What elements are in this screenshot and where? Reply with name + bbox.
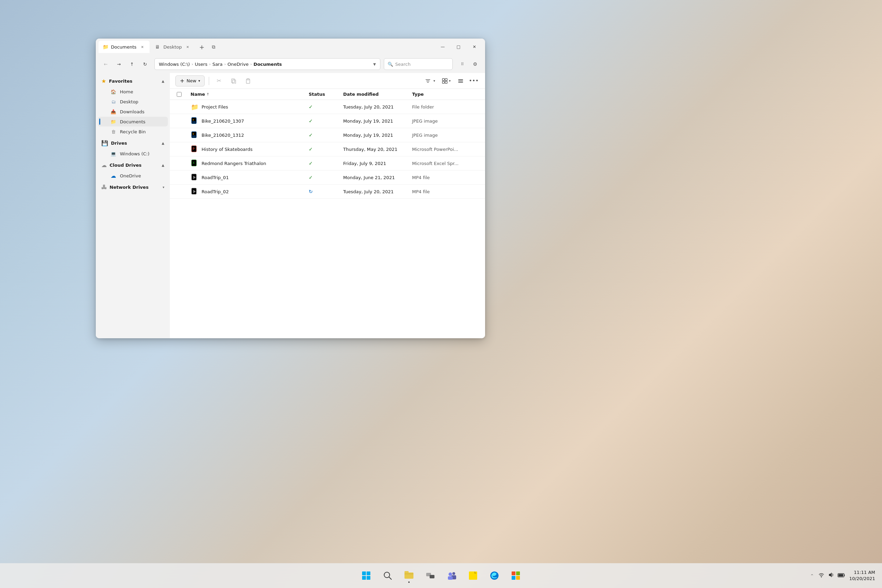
tab-documents-icon: 📁 bbox=[103, 44, 108, 50]
table-row[interactable]: Bike_210620_1307 ✓ Monday, July 19, 2021… bbox=[170, 114, 485, 128]
view-button[interactable]: ▾ bbox=[439, 76, 453, 86]
sidebar-item-desktop[interactable]: 🗂 Desktop bbox=[98, 97, 168, 106]
status-header[interactable]: Status bbox=[308, 89, 342, 99]
more-options-button[interactable]: ••• bbox=[468, 75, 480, 87]
network-drives-chevron-icon[interactable]: ▾ bbox=[163, 185, 164, 189]
add-tab-button[interactable]: + bbox=[196, 41, 207, 52]
favorites-chevron-icon[interactable]: ▲ bbox=[162, 79, 164, 83]
status-check-icon: ✓ bbox=[309, 132, 313, 138]
file-checkbox-cell bbox=[176, 118, 189, 124]
table-row[interactable]: X Redmond Rangers Triathalon ✓ Friday, J… bbox=[170, 156, 485, 171]
sidebar-item-home[interactable]: 🏠 Home bbox=[98, 87, 168, 96]
file-name-cell: X Redmond Rangers Triathalon bbox=[189, 156, 308, 170]
table-row[interactable]: 📁 Project Files ✓ Tuesday, July 20, 2021… bbox=[170, 100, 485, 114]
taskbar-teams-icon bbox=[446, 569, 458, 582]
taskbar-item-store[interactable] bbox=[506, 567, 526, 585]
search-bar[interactable]: 🔍 Search bbox=[384, 58, 453, 70]
tray-sound-icon[interactable] bbox=[828, 572, 834, 579]
tray-clock[interactable]: 11:11 AM 10/20/2021 bbox=[849, 569, 875, 582]
type-header[interactable]: Type bbox=[411, 89, 480, 99]
forward-button[interactable]: → bbox=[113, 58, 125, 70]
sidebar-section-drives: 💾 Drives ▲ 💻 Windows (C:) bbox=[96, 138, 170, 159]
tab-desktop[interactable]: 🖥 Desktop ✕ bbox=[151, 40, 195, 53]
paste-button[interactable] bbox=[242, 75, 254, 87]
svg-rect-54 bbox=[838, 574, 843, 576]
svg-rect-10 bbox=[458, 82, 463, 82]
settings-dots-icon[interactable]: ⠿ bbox=[457, 58, 469, 70]
taskbar-item-file-explorer[interactable] bbox=[399, 567, 419, 585]
breadcrumb-current: Documents bbox=[254, 62, 282, 67]
sidebar-favorites-header[interactable]: ★ Favorites ▲ bbox=[96, 76, 170, 87]
sidebar-item-windows-c[interactable]: 💻 Windows (C:) bbox=[98, 149, 168, 159]
select-all-checkbox[interactable] bbox=[177, 92, 182, 97]
sidebar-drives-header[interactable]: 💾 Drives ▲ bbox=[96, 138, 170, 148]
maximize-button[interactable]: □ bbox=[451, 41, 466, 52]
sidebar-item-documents[interactable]: 📁 Documents bbox=[98, 117, 168, 126]
tab-strip-icon[interactable]: ⧉ bbox=[209, 42, 218, 52]
taskbar-item-multitasking[interactable] bbox=[420, 567, 440, 585]
folder-icon: 📁 bbox=[190, 103, 199, 111]
sort-button[interactable]: ▾ bbox=[422, 76, 438, 86]
sidebar-item-desktop-label: Desktop bbox=[120, 99, 138, 104]
close-button[interactable]: ✕ bbox=[466, 41, 482, 52]
drives-chevron-icon[interactable]: ▲ bbox=[162, 141, 164, 145]
system-tray: ^ bbox=[804, 563, 882, 588]
sidebar-cloud-drives-header[interactable]: ☁ Cloud Drives ▲ bbox=[96, 160, 170, 171]
tray-wifi-icon[interactable] bbox=[818, 572, 825, 579]
file-status-cell: ✓ bbox=[308, 172, 342, 183]
status-check-icon: ✓ bbox=[309, 160, 313, 166]
svg-rect-31 bbox=[362, 572, 366, 575]
file-status-cell: ✓ bbox=[308, 144, 342, 154]
tray-expand-icon[interactable]: ^ bbox=[811, 574, 813, 578]
details-toggle-button[interactable] bbox=[455, 75, 466, 87]
table-row[interactable]: RoadTrip_01 ✓ Monday, June 21, 2021 MP4 … bbox=[170, 171, 485, 184]
taskbar-search-icon bbox=[381, 569, 394, 582]
network-drives-icon: 🖧 bbox=[101, 184, 107, 190]
address-dropdown-icon[interactable]: ▼ bbox=[373, 62, 376, 66]
tray-battery-icon[interactable] bbox=[837, 573, 845, 579]
sidebar-network-drives-header[interactable]: 🖧 Network Drives ▾ bbox=[96, 182, 170, 192]
cloud-drives-icon: ☁ bbox=[101, 162, 107, 168]
tab-desktop-close[interactable]: ✕ bbox=[184, 44, 191, 50]
file-checkbox-cell bbox=[176, 175, 189, 180]
minimize-button[interactable]: — bbox=[435, 41, 451, 52]
refresh-button[interactable]: ↻ bbox=[139, 58, 151, 70]
taskbar-item-search[interactable] bbox=[378, 567, 398, 585]
checkbox-header[interactable] bbox=[176, 89, 189, 99]
sidebar-item-onedrive[interactable]: ☁ OneDrive bbox=[98, 171, 168, 180]
tab-documents[interactable]: 📁 Documents ✕ bbox=[99, 40, 150, 53]
sidebar-item-downloads[interactable]: 📥 Downloads bbox=[98, 107, 168, 116]
taskbar-item-start[interactable] bbox=[356, 567, 376, 585]
sidebar-favorites-label: Favorites bbox=[109, 78, 132, 84]
tab-documents-close[interactable]: ✕ bbox=[139, 44, 146, 50]
svg-rect-7 bbox=[445, 81, 447, 83]
back-button[interactable]: ← bbox=[100, 58, 112, 70]
tray-time: 11:11 AM bbox=[854, 569, 875, 576]
name-header[interactable]: Name ↑ bbox=[189, 89, 308, 99]
table-row[interactable]: Bike_210620_1312 ✓ Monday, July 19, 2021… bbox=[170, 128, 485, 142]
taskbar-edge-icon bbox=[488, 569, 501, 582]
table-row[interactable]: RoadTrip_02 ↻ Tuesday, July 20, 2021 MP4… bbox=[170, 184, 485, 199]
up-button[interactable]: ↑ bbox=[126, 58, 138, 70]
sidebar-item-recycle-bin[interactable]: 🗑 Recycle Bin bbox=[98, 127, 168, 136]
date-header[interactable]: Date modified bbox=[342, 89, 411, 99]
taskbar-sticky-notes-icon bbox=[467, 569, 479, 582]
file-type-cell: JPEG image bbox=[411, 116, 480, 126]
taskbar-item-edge[interactable] bbox=[484, 567, 504, 585]
table-row[interactable]: P History of Skateboards ✓ Thursday, May… bbox=[170, 142, 485, 156]
cut-button[interactable]: ✂ bbox=[213, 75, 225, 87]
file-date-cell: Monday, July 19, 2021 bbox=[342, 116, 411, 126]
settings-gear-icon[interactable]: ⚙ bbox=[469, 58, 481, 70]
cloud-drives-chevron-icon[interactable]: ▲ bbox=[162, 163, 164, 167]
new-button[interactable]: + New ▾ bbox=[176, 75, 205, 87]
svg-point-14 bbox=[193, 119, 194, 120]
svg-rect-17 bbox=[192, 135, 196, 137]
file-name-cell: RoadTrip_01 bbox=[189, 171, 308, 184]
taskbar-item-teams[interactable] bbox=[442, 567, 462, 585]
address-bar[interactable]: Windows (C:\) › Users › Sara › OneDrive … bbox=[154, 58, 380, 70]
mp4-icon-2 bbox=[190, 188, 199, 196]
copy-button[interactable] bbox=[228, 75, 240, 87]
taskbar-item-sticky-notes[interactable] bbox=[463, 567, 483, 585]
sidebar: ★ Favorites ▲ 🏠 Home 🗂 Desktop 📥 Do bbox=[96, 73, 170, 338]
svg-point-43 bbox=[448, 573, 452, 576]
